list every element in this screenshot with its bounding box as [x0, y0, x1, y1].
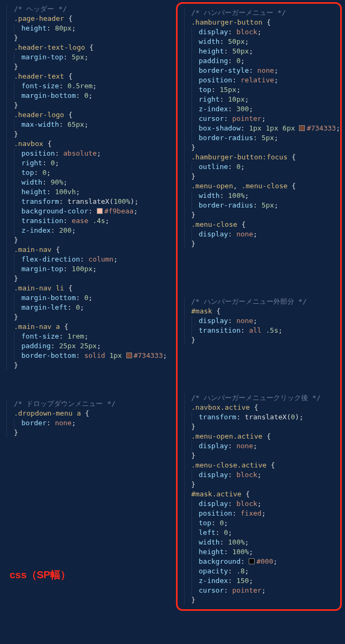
css-code-left: /* ヘッダー */ .page-header { height: 80px; … [6, 4, 176, 438]
code-column-left: /* ヘッダー */ .page-header { height: 80px; … [0, 0, 176, 613]
code-column-right-highlighted: /* ハンバーガーメニュー */ .hamburger-button { dis… [176, 2, 342, 611]
css-code-right: /* ハンバーガーメニュー */ .hamburger-button { dis… [184, 8, 341, 605]
caption-label: css（SP幅） [10, 570, 71, 580]
